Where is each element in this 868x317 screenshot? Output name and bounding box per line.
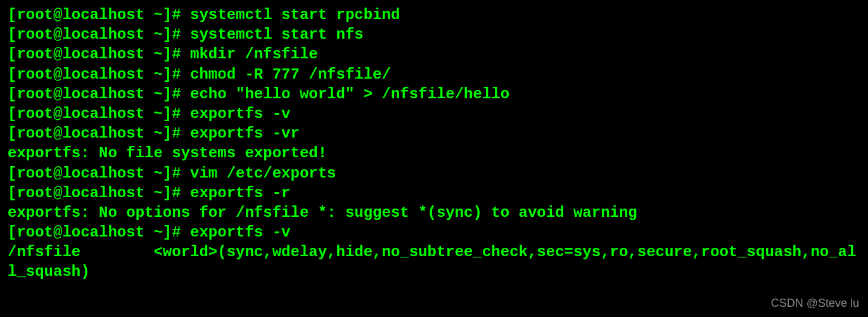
terminal-line: exportfs: No file systems exported! xyxy=(8,143,860,163)
terminal-line: exportfs: No options for /nfsfile *: sug… xyxy=(8,203,860,223)
shell-output: exportfs: No options for /nfsfile *: sug… xyxy=(8,204,637,221)
shell-prompt: [root@localhost ~]# xyxy=(8,224,190,241)
terminal-line: [root@localhost ~]# systemctl start nfs xyxy=(8,25,860,44)
terminal-line: [root@localhost ~]# chmod -R 777 /nfsfil… xyxy=(8,65,860,84)
shell-prompt: [root@localhost ~]# xyxy=(8,86,190,103)
shell-prompt: [root@localhost ~]# xyxy=(8,184,190,202)
shell-command: exportfs -vr xyxy=(190,125,300,142)
terminal-line: [root@localhost ~]# systemctl start rpcb… xyxy=(8,5,860,25)
shell-command: mkdir /nfsfile xyxy=(190,46,318,63)
shell-command: systemctl start nfs xyxy=(190,26,364,43)
shell-prompt: [root@localhost ~]# xyxy=(8,165,190,182)
shell-prompt: [root@localhost ~]# xyxy=(8,66,190,83)
terminal-line: [root@localhost ~]# echo "hello world" >… xyxy=(8,84,860,104)
shell-command: systemctl start rpcbind xyxy=(190,6,400,23)
watermark-text: CSDN @Steve lu xyxy=(771,296,859,311)
terminal-line: [root@localhost ~]# exportfs -vr xyxy=(8,124,860,143)
shell-command: exportfs -v xyxy=(190,224,290,241)
terminal-line: [root@localhost ~]# exportfs -v xyxy=(8,223,860,242)
terminal-line: [root@localhost ~]# exportfs -r xyxy=(8,183,860,203)
shell-command: exportfs -r xyxy=(190,184,290,202)
terminal-line: [root@localhost ~]# exportfs -v xyxy=(8,104,860,124)
shell-output: /nfsfile <world>(sync,wdelay,hide,no_sub… xyxy=(8,243,856,280)
shell-command: exportfs -v xyxy=(190,105,290,122)
shell-prompt: [root@localhost ~]# xyxy=(8,46,190,63)
shell-command: vim /etc/exports xyxy=(190,165,336,182)
shell-command: chmod -R 777 /nfsfile/ xyxy=(190,66,391,83)
terminal-line: [root@localhost ~]# mkdir /nfsfile xyxy=(8,44,860,64)
shell-command: echo "hello world" > /nfsfile/hello xyxy=(190,86,509,103)
terminal-line: /nfsfile <world>(sync,wdelay,hide,no_sub… xyxy=(8,242,860,281)
shell-prompt: [root@localhost ~]# xyxy=(8,26,190,43)
shell-prompt: [root@localhost ~]# xyxy=(8,105,190,122)
terminal-window[interactable]: [root@localhost ~]# systemctl start rpcb… xyxy=(8,5,860,282)
terminal-line: [root@localhost ~]# vim /etc/exports xyxy=(8,164,860,183)
shell-prompt: [root@localhost ~]# xyxy=(8,125,190,142)
shell-prompt: [root@localhost ~]# xyxy=(8,6,190,23)
shell-output: exportfs: No file systems exported! xyxy=(8,145,327,162)
